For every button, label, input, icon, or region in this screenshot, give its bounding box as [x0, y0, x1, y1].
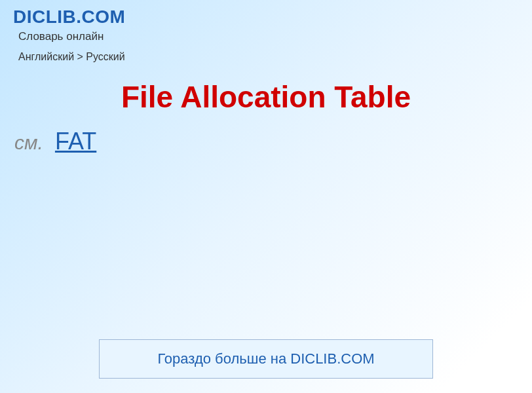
entry-body: см. FAT: [14, 128, 532, 155]
breadcrumb[interactable]: Английский > Русский: [18, 51, 519, 63]
site-title[interactable]: DICLIB.COM: [13, 7, 519, 28]
see-link[interactable]: FAT: [55, 128, 96, 155]
footer-link[interactable]: Гораздо больше на DICLIB.COM: [157, 350, 374, 367]
see-label: см.: [14, 132, 43, 153]
entry-title: File Allocation Table: [0, 79, 532, 115]
header: DICLIB.COM Словарь онлайн Английский > Р…: [0, 0, 532, 66]
site-subtitle: Словарь онлайн: [18, 30, 519, 43]
footer-banner[interactable]: Гораздо больше на DICLIB.COM: [99, 339, 433, 379]
